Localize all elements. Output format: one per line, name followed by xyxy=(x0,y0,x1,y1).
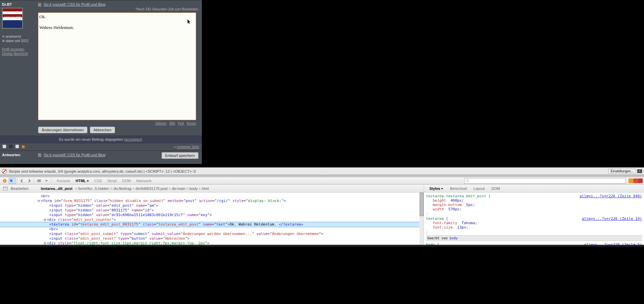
tree-line[interactable]: <input class="edit_post_submit" type="su… xyxy=(0,232,424,236)
inherit-from-link[interactable]: body xyxy=(450,236,458,240)
nav-back-icon[interactable] xyxy=(19,178,25,184)
tree-line[interactable]: <br> xyxy=(0,227,424,232)
tree-line[interactable]: ⊞<div style="float:right;font-size:11px;… xyxy=(0,241,424,245)
statusbar-close[interactable]: × xyxy=(637,169,642,173)
css-rule[interactable]: allmys...?v=r226 (Zeile 5)body { xyxy=(426,242,642,245)
tree-line[interactable]: <textarea id="textarea_edit_post_8031175… xyxy=(0,222,424,227)
breadcrumb-item[interactable]: div#id8031175.post xyxy=(136,187,168,191)
scrollbar-track[interactable] xyxy=(420,193,424,245)
firebug-icon[interactable] xyxy=(1,178,8,184)
noscript-icon[interactable] xyxy=(2,169,7,174)
sound-icon[interactable] xyxy=(9,145,12,148)
status-icon-light[interactable] xyxy=(3,145,6,148)
link-italic[interactable]: Kursiv xyxy=(187,122,196,125)
css-rule[interactable]: allmys...?v=r226 (Zeile 949)textarea.tex… xyxy=(426,194,642,216)
source-link[interactable]: allmys...?v=r226 (Zeile 949) xyxy=(580,194,642,198)
svg-point-1 xyxy=(4,180,5,181)
panel-header-row: Bearbeiten textarea...dit_post < form#fo… xyxy=(0,184,644,193)
tree-toggler[interactable]: ⊟ xyxy=(37,199,41,203)
link-bold[interactable]: Fett xyxy=(178,122,184,125)
minimize-button[interactable] xyxy=(629,178,633,183)
content-column: Do it yourself: CSS für Profil und Blog … xyxy=(35,0,202,135)
link-quote[interactable]: Zitieren xyxy=(155,122,167,125)
menu-icon[interactable] xyxy=(36,178,42,184)
rss-icon[interactable] xyxy=(22,145,25,148)
submit-button[interactable]: Änderungen übernehmen xyxy=(38,127,87,133)
edit-timer: *Noch 242 Sekunden Zeit zum Bearbeiten. xyxy=(38,7,199,11)
reply-row: Antworten Do it yourself: CSS für Profil… xyxy=(0,150,202,164)
reply-thread-title[interactable]: Do it yourself: CSS für Profil und Blog xyxy=(44,153,105,157)
link-profile[interactable]: Profil anzeigen xyxy=(2,47,33,51)
tree-line[interactable]: <input type="hidden" value="8031175" nam… xyxy=(0,208,424,213)
panel-resizer[interactable] xyxy=(0,175,644,177)
breadcrumb-item[interactable]: div.main xyxy=(172,187,185,191)
user-meta: ✳ anwesend ✲ dabei seit 2012 xyxy=(2,35,33,43)
status-icon-light-2[interactable] xyxy=(15,145,19,148)
avatar[interactable]: CTHULHU FOR PRESIDENT xyxy=(2,8,23,29)
styles-tab-layout[interactable]: Layout xyxy=(471,185,488,192)
nav-forward-icon[interactable] xyxy=(26,178,33,184)
separator xyxy=(51,178,51,183)
tree-line[interactable]: <input type="hidden" value="dc93c606ba15… xyxy=(0,213,424,217)
close-button[interactable] xyxy=(638,178,643,183)
styles-tab-berechnet[interactable]: Berechnet xyxy=(447,185,469,192)
breadcrumb-item[interactable]: form#for...5.hidden xyxy=(78,187,109,191)
avatar-caption: CTHULHU FOR PRESIDENT xyxy=(3,16,22,21)
devtools-tab-css[interactable]: CSS xyxy=(92,178,105,184)
css-rule[interactable]: allmys...?v=r226 (Zeile 14)textarea {fon… xyxy=(426,216,642,234)
user-column: Dr.BT CTHULHU FOR PRESIDENT ✳ anwesend ✲… xyxy=(0,0,35,135)
tree-line[interactable]: <input type="hidden" value="edit_post" n… xyxy=(0,203,424,208)
styles-panel[interactable]: allmys...?v=r226 (Zeile 949)textarea.tex… xyxy=(424,193,644,245)
search-input[interactable] xyxy=(471,179,624,183)
link-dm[interactable]: Direkte Nachricht xyxy=(2,52,33,56)
thread-title[interactable]: Do it yourself: CSS für Profil und Blog xyxy=(44,2,105,6)
detach-button[interactable] xyxy=(633,178,638,183)
save-draft-button[interactable]: Entwurf speichern xyxy=(162,152,199,159)
status-since: ✲ dabei seit 2012 xyxy=(2,39,33,43)
tree-line[interactable]: <br> xyxy=(0,194,424,199)
devtools-tab-html[interactable]: HTML xyxy=(73,178,92,184)
window-buttons xyxy=(629,178,643,183)
dropdown-icon[interactable] xyxy=(43,178,50,184)
devtools-tab-netzwerk[interactable]: Netzwerk xyxy=(134,178,154,184)
devtools-tab-skript[interactable]: Skript xyxy=(105,178,119,184)
breadcrumb-item[interactable]: html xyxy=(202,187,209,191)
html-tree-panel[interactable]: <br>⊟<form id="form_8031175" class="hidd… xyxy=(0,193,424,245)
tree-line[interactable]: ⊞<div class="edit_post_counter"> xyxy=(0,217,424,222)
notice-show-link[interactable]: anzeigen xyxy=(126,137,141,141)
html-panel-header: Bearbeiten textarea...dit_post < form#fo… xyxy=(0,184,424,193)
devtools-tabs: KonsoleHTMLCSSSkriptDOMNetzwerk xyxy=(54,178,154,184)
username[interactable]: Dr.BT xyxy=(2,2,33,6)
link-image[interactable]: Bild xyxy=(170,122,175,125)
search-icon xyxy=(466,179,469,182)
prev-page-wrap: ◂ vorherige Seite xyxy=(174,145,199,149)
breadcrumb-current[interactable]: textarea...dit_post xyxy=(41,187,72,191)
prev-page-link[interactable]: vorherige Seite xyxy=(177,145,199,149)
scrollbar-thumb[interactable] xyxy=(420,193,424,216)
source-link[interactable]: allmys...?v=r226 (Zeile 5) xyxy=(584,242,642,245)
edit-icon[interactable] xyxy=(3,186,8,191)
inspect-icon[interactable] xyxy=(9,178,15,184)
tree-line[interactable]: ⊟<form id="form_8031175" class="hidden d… xyxy=(0,199,424,203)
new-post-notice: Es wurde ein neuer Beitrag abgegeben (an… xyxy=(0,135,202,143)
reply-content: Do it yourself: CSS für Profil und Blog … xyxy=(35,151,202,164)
devtools-tab-konsole[interactable]: Konsole xyxy=(54,178,73,184)
breadcrumb-item[interactable]: div.fbeitrag xyxy=(113,187,131,191)
tree-toggler[interactable]: ⊞ xyxy=(43,217,47,222)
devtools-panels: <br>⊟<form id="form_8031175" class="hidd… xyxy=(0,193,644,245)
tree-line[interactable]: <input class="edit_post_reset" type="but… xyxy=(0,236,424,241)
devtools-tab-dom[interactable]: DOM xyxy=(119,178,134,184)
styles-tab-styles[interactable]: Styles xyxy=(427,185,446,192)
styles-tab-dom[interactable]: DOM xyxy=(489,185,503,192)
noscript-statusbar: Skripte sind teilweise erlaubt, 3/4 (goo… xyxy=(0,167,644,175)
post-row: Dr.BT CTHULHU FOR PRESIDENT ✳ anwesend ✲… xyxy=(0,0,202,135)
edit-post-textarea[interactable] xyxy=(38,12,196,120)
settings-button[interactable]: Einstellungen... xyxy=(608,169,636,174)
tree-toggler[interactable]: ⊞ xyxy=(43,241,47,245)
breadcrumb-item[interactable]: body xyxy=(189,187,198,191)
cancel-button[interactable]: Abbrechen xyxy=(90,127,115,133)
breadcrumb-edit[interactable]: Bearbeiten xyxy=(11,187,29,191)
devtools-search[interactable] xyxy=(464,178,626,183)
source-link[interactable]: allmys...?v=r226 (Zeile 14) xyxy=(582,216,642,221)
os-taskbar[interactable] xyxy=(0,245,644,247)
